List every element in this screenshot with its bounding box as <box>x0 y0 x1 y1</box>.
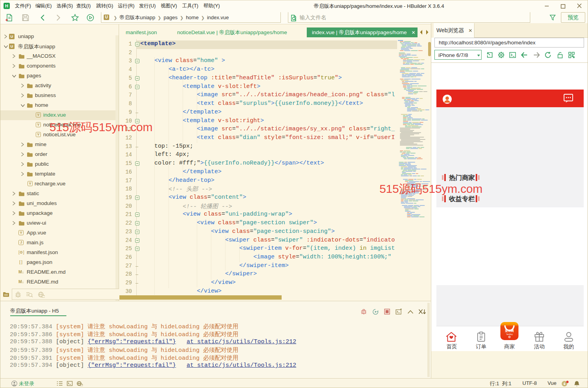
svg-text:Yamibuy: Yamibuy <box>506 333 513 335</box>
svg-text:亚米网: 亚米网 <box>505 329 514 333</box>
